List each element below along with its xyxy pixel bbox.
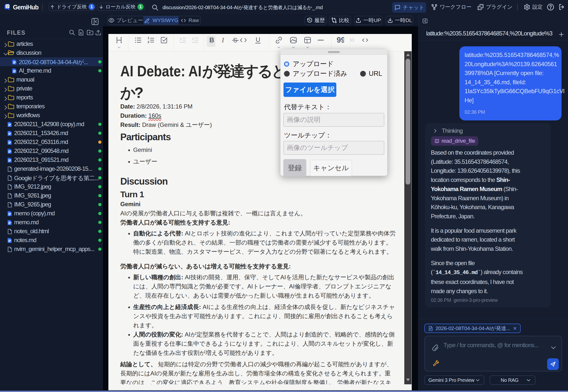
svg-text:B: B <box>209 36 214 44</box>
svg-text:S: S <box>233 37 237 44</box>
svg-text:U: U <box>256 36 260 43</box>
svg-text:1: 1 <box>148 36 149 40</box>
svg-text:2: 2 <box>148 40 149 44</box>
svg-text:99: 99 <box>337 36 344 44</box>
svg-text:I: I <box>221 36 224 44</box>
